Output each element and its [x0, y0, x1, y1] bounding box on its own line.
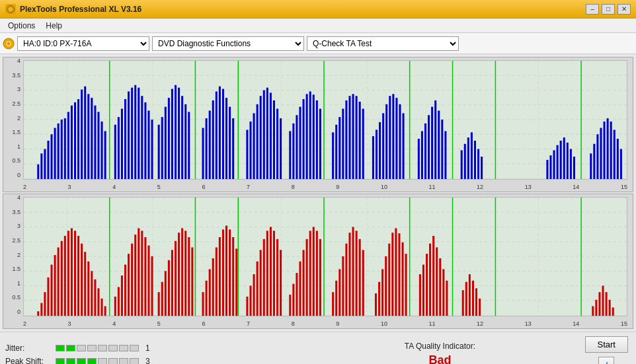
svg-rect-254 [260, 250, 262, 316]
svg-rect-255 [263, 239, 265, 316]
svg-rect-73 [171, 89, 173, 179]
jitter-label: Jitter: [5, 344, 52, 353]
svg-rect-146 [546, 160, 548, 179]
svg-rect-128 [399, 104, 401, 179]
svg-rect-95 [266, 88, 268, 179]
svg-rect-264 [299, 262, 301, 316]
svg-rect-231 [168, 260, 170, 316]
svg-rect-107 [313, 94, 315, 179]
svg-rect-64 [138, 88, 139, 179]
svg-rect-114 [345, 100, 347, 179]
svg-rect-143 [474, 141, 476, 179]
menu-help[interactable]: Help [40, 20, 67, 32]
svg-rect-226 [147, 246, 149, 316]
svg-rect-62 [131, 88, 133, 179]
svg-rect-141 [467, 137, 469, 179]
svg-rect-227 [151, 256, 153, 316]
svg-rect-279 [359, 239, 361, 316]
svg-rect-150 [560, 141, 562, 179]
svg-rect-262 [292, 284, 294, 316]
svg-rect-38 [44, 149, 46, 179]
svg-rect-112 [338, 117, 340, 179]
svg-rect-199 [51, 265, 53, 316]
svg-rect-208 [81, 244, 83, 316]
svg-rect-36 [37, 164, 39, 179]
svg-rect-118 [359, 102, 361, 179]
svg-rect-66 [144, 102, 146, 179]
svg-rect-263 [296, 273, 298, 316]
svg-rect-214 [101, 299, 103, 316]
svg-rect-91 [253, 113, 255, 179]
svg-rect-265 [303, 250, 305, 316]
svg-rect-309 [602, 286, 604, 316]
svg-rect-286 [391, 233, 393, 316]
function-select[interactable]: DVD Diagnostic Functions [152, 36, 304, 51]
svg-rect-266 [306, 239, 308, 316]
svg-rect-268 [313, 227, 315, 316]
maximize-button[interactable]: □ [602, 4, 615, 15]
app-icon [5, 4, 16, 15]
svg-rect-221 [131, 244, 133, 316]
svg-rect-236 [184, 231, 186, 316]
menu-options[interactable]: Options [3, 20, 40, 32]
svg-rect-277 [352, 227, 354, 316]
svg-rect-77 [184, 104, 186, 179]
start-button[interactable]: Start [585, 336, 628, 353]
svg-rect-140 [464, 144, 466, 179]
svg-rect-63 [134, 85, 136, 179]
svg-rect-212 [94, 279, 96, 316]
svg-rect-305 [479, 299, 481, 316]
svg-rect-60 [124, 99, 126, 179]
chart-bottom: 4 3.5 3 2.5 2 1.5 1 0.5 0 [3, 194, 633, 329]
minimize-button[interactable]: – [586, 4, 599, 15]
svg-rect-160 [607, 118, 609, 179]
svg-rect-127 [395, 98, 397, 179]
svg-rect-161 [610, 122, 612, 179]
chart-top-area [23, 60, 627, 180]
svg-rect-271 [332, 292, 334, 316]
drive-select[interactable]: HA:0 ID:0 PX-716A [17, 36, 149, 51]
svg-rect-69 [158, 125, 160, 179]
svg-rect-130 [418, 139, 420, 179]
svg-rect-46 [71, 106, 73, 179]
svg-rect-244 [219, 237, 221, 316]
svg-rect-159 [604, 122, 606, 179]
ta-quality-label: TA Quality Indicator: [405, 342, 475, 351]
svg-rect-243 [216, 247, 218, 316]
svg-rect-274 [342, 256, 344, 316]
chart-top: 4 3.5 3 2.5 2 1.5 1 0.5 0 [3, 57, 633, 192]
svg-rect-302 [469, 274, 471, 316]
svg-rect-247 [229, 229, 231, 316]
svg-rect-70 [161, 117, 163, 179]
svg-rect-232 [171, 250, 173, 316]
close-button[interactable]: ✕ [617, 4, 631, 15]
svg-rect-147 [549, 155, 551, 179]
svg-rect-100 [289, 131, 291, 179]
svg-rect-39 [47, 141, 49, 179]
svg-rect-78 [188, 112, 190, 179]
svg-rect-299 [446, 281, 448, 316]
svg-rect-86 [225, 98, 227, 179]
svg-rect-138 [444, 131, 446, 179]
svg-rect-158 [600, 128, 602, 179]
svg-rect-58 [118, 117, 120, 179]
svg-rect-90 [249, 122, 251, 179]
svg-rect-249 [235, 248, 237, 316]
svg-rect-238 [191, 247, 193, 316]
info-button[interactable]: i [598, 357, 614, 364]
svg-rect-201 [58, 247, 60, 316]
svg-rect-200 [54, 255, 56, 316]
svg-rect-52 [91, 98, 93, 179]
jitter-row: Jitter: 1 [5, 344, 295, 353]
chart-bottom-area [23, 197, 627, 316]
svg-rect-276 [348, 233, 350, 316]
svg-rect-75 [178, 88, 180, 179]
peakshift-label: Peak Shift: [5, 357, 52, 365]
test-select[interactable]: Q-Check TA Test [307, 36, 459, 51]
svg-rect-246 [225, 226, 227, 316]
jitter-seg-2 [66, 345, 75, 351]
svg-rect-113 [342, 109, 344, 179]
svg-rect-47 [74, 102, 76, 179]
svg-rect-51 [87, 94, 89, 179]
svg-rect-123 [382, 113, 384, 179]
